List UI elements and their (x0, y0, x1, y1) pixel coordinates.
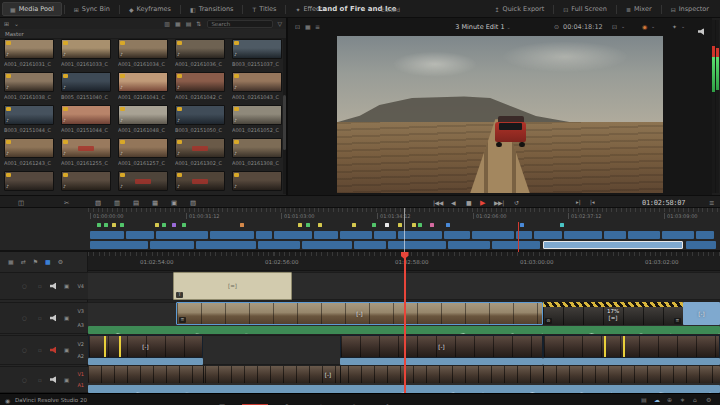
import-media-icon[interactable]: ⊞ (4, 20, 9, 27)
quick-export-button[interactable]: ↥Quick Export (488, 5, 552, 13)
color-mode-icon[interactable]: ◉ (642, 23, 647, 30)
mute-speaker-icon[interactable] (50, 376, 58, 383)
overview-clip-segment[interactable] (156, 231, 208, 239)
timeline-marker[interactable] (104, 223, 108, 227)
goto-in-icon[interactable]: ▸| (576, 199, 581, 205)
timeline-marker[interactable] (398, 223, 402, 227)
mute-speaker-icon[interactable] (50, 347, 58, 354)
timeline-playhead[interactable] (404, 252, 406, 393)
overview-clip-segment[interactable] (374, 231, 396, 239)
first-frame-button[interactable]: |◀◀ (433, 199, 443, 206)
timeline-marker[interactable] (318, 223, 322, 227)
overview-clip-segment[interactable] (492, 241, 540, 249)
user-icon[interactable]: ◉ (5, 397, 10, 404)
timeline-clip-thumbs[interactable]: [-] (340, 335, 543, 358)
upper-timeline-overview[interactable]: 01:00:00:0001:00:31:1201:01:03:0001:01:3… (0, 208, 720, 252)
inspector-button[interactable]: ⊟Inspector (664, 5, 716, 13)
lock-icon[interactable]: ○ (22, 283, 27, 289)
overview-clip-segment[interactable] (472, 231, 514, 239)
tool-boring-detector-icon[interactable]: ◫ (18, 199, 24, 207)
media-item[interactable]: ♪A001_02151044_C (61, 105, 115, 137)
bin-breadcrumb[interactable]: Master (0, 29, 286, 39)
media-item[interactable]: ♪A001_02161048_C (118, 105, 172, 137)
filmstrip-icon[interactable]: ▣ (64, 377, 69, 383)
mute-speaker-icon[interactable] (50, 283, 58, 290)
overview-clip-segment[interactable] (302, 241, 352, 249)
timeline-marker[interactable] (352, 223, 356, 227)
timeline-marker[interactable] (120, 223, 124, 227)
overview-clip-segment[interactable] (256, 231, 272, 239)
media-item[interactable]: ♪B003_02151050_C (175, 105, 229, 137)
solo-icon[interactable]: ▫ (38, 377, 42, 383)
list-view-icon[interactable]: ▤ (186, 20, 192, 27)
chevron-down-icon[interactable]: ⌄ (14, 20, 19, 27)
media-item[interactable]: ♪ (118, 171, 172, 195)
tab-media-pool[interactable]: ▦Media Pool (2, 2, 62, 16)
place-on-top-icon[interactable]: ▣ (171, 199, 177, 207)
media-item[interactable]: ♪B003_02151044_C (4, 105, 58, 137)
media-item[interactable]: ♪A001_02161041_C (118, 72, 172, 104)
solo-icon[interactable]: ▫ (38, 347, 42, 353)
lock-icon[interactable]: ○ (22, 377, 27, 383)
overview-clip-segment[interactable] (604, 231, 626, 239)
viewer-mode-icon[interactable]: ⊡ (295, 23, 300, 30)
page-media[interactable]: ▦ (209, 394, 235, 405)
play-reverse-button[interactable]: ◀ (451, 199, 455, 206)
timeline-clip-thumbs[interactable]: [-] (88, 335, 203, 358)
stop-button[interactable]: ■ (466, 199, 471, 206)
media-item[interactable]: ♪A001_02161043_C (232, 72, 282, 104)
mixer-button[interactable]: ≣Mixer (619, 5, 659, 13)
page-fusion[interactable]: ✦ (308, 394, 334, 405)
timeline-marker[interactable] (520, 223, 524, 227)
overview-clip-segment[interactable] (564, 231, 602, 239)
display-mode-icon[interactable]: ⊡ (612, 23, 617, 30)
media-item[interactable]: ♪A001_02161031_C (4, 39, 58, 71)
media-item[interactable]: ♪ (175, 171, 229, 195)
timeline-view-icon[interactable]: ▦ (8, 258, 14, 265)
timeline-marker[interactable] (306, 223, 310, 227)
tab-titles[interactable]: TTitles (245, 2, 283, 16)
overview-clip-segment[interactable] (534, 231, 562, 239)
timeline-clip-speed[interactable]: 17%[=]⊙≡ (543, 302, 683, 325)
swap-icon[interactable]: ⇄ (21, 258, 26, 265)
network-icon[interactable]: ⊕ (667, 396, 672, 403)
timeline-marker[interactable] (112, 223, 116, 227)
overview-clip-segment[interactable] (388, 241, 446, 249)
audio-clip-strip[interactable] (88, 358, 203, 365)
timeline-marker[interactable] (182, 223, 186, 227)
page-color[interactable]: ◉ (341, 394, 367, 405)
overview-clip-segment[interactable] (628, 231, 660, 239)
collaboration-icon[interactable]: ∗ (680, 396, 685, 403)
lock-icon[interactable]: ○ (22, 347, 27, 353)
media-item[interactable]: ♪A001_02161257_C (118, 138, 172, 170)
media-item[interactable]: ♪A001_02161038_C (4, 72, 58, 104)
overview-playhead[interactable] (518, 222, 519, 252)
thumbnail-view-icon[interactable]: ▦ (175, 20, 181, 27)
tab-keyframes[interactable]: ◆Keyframes (122, 2, 178, 16)
media-scrollbar[interactable] (283, 39, 286, 194)
media-item[interactable]: ♪A001_02161033_C (61, 39, 115, 71)
level-keyframe-bar[interactable] (623, 336, 625, 357)
search-input[interactable]: Search (207, 20, 273, 28)
audio-clip-strip[interactable] (340, 358, 543, 365)
timeline-clip-desert[interactable]: [-]≡ (176, 302, 543, 325)
strip-view-icon[interactable]: ▥ (164, 20, 170, 27)
overview-clip-segment[interactable] (196, 241, 256, 249)
overview-clip-segment[interactable] (314, 231, 338, 239)
overview-clip-segment[interactable] (340, 231, 372, 239)
timeline-options-icon[interactable]: ≡ (709, 199, 714, 207)
overview-clip-segment[interactable] (274, 231, 312, 239)
media-item[interactable]: ♪B003_02151037_C (232, 39, 282, 71)
append-icon[interactable]: ▥ (114, 199, 120, 207)
timeline-marker[interactable] (97, 223, 101, 227)
overview-clip-segment[interactable] (448, 241, 490, 249)
timeline-marker[interactable] (430, 223, 434, 227)
timeline-marker[interactable] (412, 223, 416, 227)
timeline-clip-solid[interactable]: [-] (683, 302, 720, 325)
tool-split-icon[interactable]: ✂ (64, 199, 69, 207)
timeline-marker[interactable] (372, 223, 376, 227)
media-item[interactable]: ♪B005_02151040_C (61, 72, 115, 104)
timeline-name-dropdown[interactable]: 3 Minute Edit 1 ⌄ (455, 23, 511, 31)
overview-clip-segment[interactable] (354, 241, 386, 249)
overview-clip-segment[interactable] (444, 231, 470, 239)
